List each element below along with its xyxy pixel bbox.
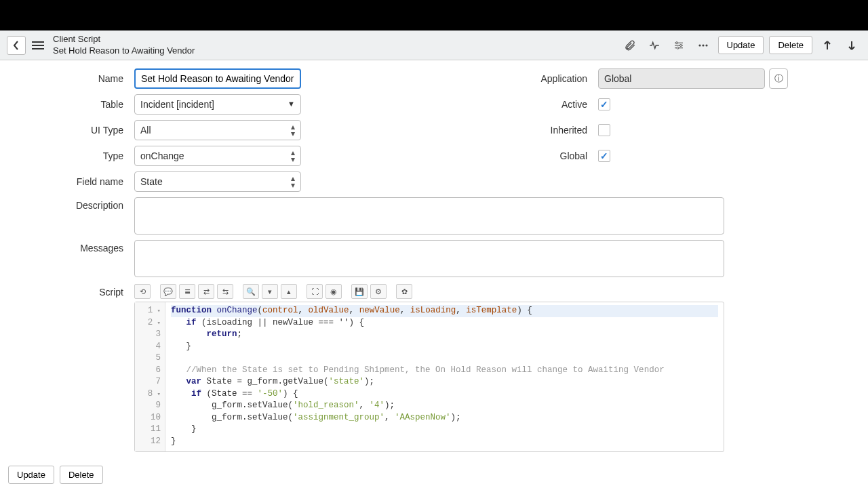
- update-button-bottom[interactable]: Update: [8, 466, 54, 484]
- updown-icon: ▴▾: [291, 149, 295, 163]
- form-header: Client Script Set Hold Reason to Awaitin…: [0, 30, 868, 60]
- more-icon[interactable]: [694, 36, 713, 55]
- prev-record-button[interactable]: [818, 36, 837, 55]
- chevron-down-icon: ▼: [288, 100, 295, 108]
- name-input[interactable]: [134, 68, 301, 89]
- script-toolbar: ⟲ 💬 ≣ ⇄ ⇆ 🔍 ▾ ▴ ⛶ ◉ 💾 ⚙ ✿: [134, 283, 724, 300]
- application-select[interactable]: Global: [598, 68, 765, 89]
- svg-point-1: [679, 44, 682, 46]
- settings-icon[interactable]: [669, 36, 688, 55]
- svg-point-0: [675, 41, 677, 43]
- script-editor[interactable]: 1 ▾2 ▾345678 ▾9101112 function onChange(…: [134, 302, 724, 452]
- toolbar-fullscreen-icon[interactable]: ⛶: [307, 284, 323, 299]
- global-label: Global: [488, 150, 598, 161]
- type-select[interactable]: onChange ▴▾: [134, 146, 301, 166]
- application-info-icon[interactable]: ⓘ: [769, 68, 788, 89]
- messages-textarea[interactable]: [134, 240, 724, 277]
- record-type-label: Client Script: [53, 34, 195, 45]
- script-label: Script: [24, 283, 134, 298]
- delete-button[interactable]: Delete: [769, 36, 812, 54]
- type-label: Type: [24, 150, 134, 161]
- global-checkbox[interactable]: [598, 150, 610, 162]
- updown-icon: ▴▾: [291, 175, 295, 188]
- uitype-select[interactable]: All ▴▾: [134, 120, 301, 140]
- svg-point-4: [702, 44, 704, 46]
- svg-point-2: [677, 47, 679, 49]
- description-label: Description: [24, 197, 134, 211]
- toolbar-save-icon[interactable]: 💾: [351, 284, 368, 299]
- fieldname-select[interactable]: State ▴▾: [134, 171, 301, 192]
- toolbar-btn-12[interactable]: ⚙: [370, 284, 387, 299]
- code-content[interactable]: function onChange(control, oldValue, new…: [165, 302, 724, 451]
- active-checkbox[interactable]: [598, 98, 610, 110]
- toolbar-comment-icon[interactable]: 💬: [160, 284, 176, 299]
- toolbar-btn-4[interactable]: ⇄: [198, 284, 214, 299]
- page-title: Client Script Set Hold Reason to Awaitin…: [53, 34, 195, 57]
- activity-icon[interactable]: [645, 36, 664, 55]
- table-select[interactable]: Incident [incident] ▼: [134, 94, 301, 115]
- toolbar-btn-1[interactable]: ⟲: [134, 284, 151, 299]
- table-label: Table: [24, 99, 134, 110]
- toolbar-format-icon[interactable]: ≣: [179, 284, 195, 299]
- context-menu-button[interactable]: [28, 36, 47, 55]
- active-label: Active: [488, 99, 598, 110]
- uitype-label: UI Type: [24, 125, 134, 136]
- inherited-checkbox[interactable]: [598, 124, 610, 136]
- description-textarea[interactable]: [134, 197, 724, 235]
- toolbar-help-icon[interactable]: ◉: [326, 284, 342, 299]
- svg-point-3: [698, 44, 701, 46]
- delete-button-bottom[interactable]: Delete: [60, 466, 103, 484]
- next-record-button[interactable]: [842, 36, 861, 55]
- updown-icon: ▴▾: [291, 123, 295, 137]
- messages-label: Messages: [24, 240, 134, 253]
- toolbar-btn-5[interactable]: ⇆: [217, 284, 233, 299]
- record-name-label: Set Hold Reason to Awaiting Vendor: [53, 45, 195, 57]
- toolbar-btn-13[interactable]: ✿: [396, 284, 412, 299]
- line-gutter: 1 ▾2 ▾345678 ▾9101112: [135, 302, 165, 451]
- attachment-icon[interactable]: [620, 36, 639, 55]
- fieldname-label: Field name: [24, 176, 134, 187]
- toolbar-down-icon[interactable]: ▾: [262, 284, 278, 299]
- inherited-label: Inherited: [488, 125, 598, 136]
- back-button[interactable]: [7, 36, 26, 55]
- toolbar-search-icon[interactable]: 🔍: [243, 284, 259, 299]
- toolbar-up-icon[interactable]: ▴: [281, 284, 297, 299]
- update-button[interactable]: Update: [718, 36, 764, 54]
- name-label: Name: [24, 73, 134, 84]
- svg-point-5: [705, 44, 707, 46]
- application-label: Application: [488, 73, 598, 84]
